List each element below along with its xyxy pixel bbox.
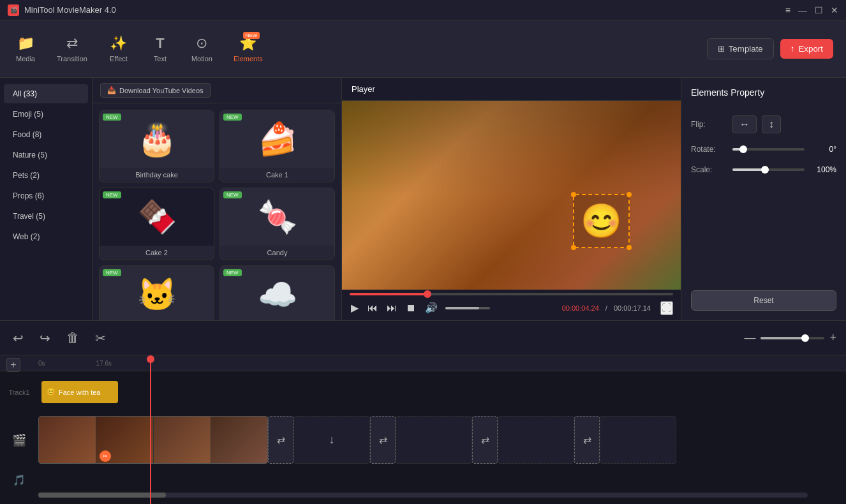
zoom-plus-button[interactable]: + — [829, 331, 836, 345]
emoji-sticker-element[interactable]: 😊 — [573, 194, 630, 248]
element-cake1-label: Cake 1 — [220, 168, 334, 182]
maximize-btn[interactable]: ☐ — [815, 5, 823, 15]
player-controls: ▶ ⏮ ⏭ ⏹ 🔊 00:00:04.24 / 00:00:17.14 ⛶ — [342, 295, 681, 320]
element-cake2-thumb: NEW 🍫 — [100, 188, 214, 246]
sidebar-item-travel[interactable]: Travel (5) — [4, 207, 88, 226]
toolbar-transition[interactable]: ⇄ Transition — [48, 30, 96, 68]
reset-button[interactable]: Reset — [691, 290, 836, 311]
element-birthday-cake-thumb: NEW 🎂 — [100, 110, 214, 168]
play-button[interactable]: ▶ — [350, 300, 360, 315]
element-candy[interactable]: NEW 🍬 Candy — [219, 188, 335, 260]
progress-thumb[interactable] — [424, 290, 431, 298]
media-label: Media — [16, 55, 35, 63]
prev-frame-button[interactable]: ⏮ — [366, 301, 379, 315]
cut-marker-icon: ✂ — [100, 450, 111, 462]
transition-clip-3[interactable]: ⇄ — [472, 416, 498, 464]
element-cat[interactable]: NEW 🐱 Cat — [99, 265, 214, 320]
toolbar-motion[interactable]: ⊙ Motion — [182, 30, 221, 68]
element-cake2[interactable]: NEW 🍫 Cake 2 — [99, 188, 214, 260]
element-candy-label: Candy — [220, 246, 334, 260]
template-button[interactable]: ⊞ Template — [707, 38, 774, 59]
sticker-clip-emoji: 😊 — [47, 388, 56, 396]
playhead[interactable] — [150, 355, 151, 504]
toolbar-media[interactable]: 📁 Media — [6, 30, 45, 68]
timeline-scrollbar[interactable] — [38, 493, 808, 498]
volume-fill — [445, 307, 479, 309]
transition-clip-1[interactable]: ⇄ — [268, 416, 293, 464]
ruler-mark-0s: 0s — [38, 360, 45, 367]
sidebar-item-food[interactable]: Food (8) — [4, 125, 88, 144]
sticker-clip-label: Face with tea — [59, 389, 100, 396]
rotate-thumb[interactable] — [739, 145, 747, 153]
toolbar-elements[interactable]: ⭐ NEW Elements — [225, 30, 272, 68]
time-total: 00:00:17.14 — [614, 304, 651, 312]
transition-clip-2[interactable]: ⇄ — [370, 416, 396, 464]
progress-track[interactable] — [350, 293, 673, 295]
cut-button[interactable]: ✂ — [92, 327, 109, 349]
video-track-label: 🎬 — [0, 433, 38, 447]
video-background: 😊 — [342, 101, 681, 290]
delete-button[interactable]: 🗑 — [63, 327, 82, 348]
volume-slider[interactable] — [445, 307, 490, 309]
fullscreen-button[interactable]: ⛶ — [660, 301, 673, 315]
scrollbar-thumb[interactable] — [38, 493, 166, 498]
zoom-thumb[interactable] — [801, 334, 809, 342]
handle-tl[interactable] — [571, 192, 576, 197]
template-icon: ⊞ — [718, 44, 725, 54]
element-cake1[interactable]: NEW 🍰 Cake 1 — [219, 110, 335, 182]
elements-grid: NEW 🎂 Birthday cake NEW 🍰 Cake 1 — [93, 103, 341, 320]
flip-vertical-button[interactable]: ↕ — [762, 115, 781, 133]
sidebar-item-web[interactable]: Web (2) — [4, 227, 88, 246]
zoom-minus-button[interactable]: — — [744, 331, 755, 345]
sidebar-item-nature[interactable]: Nature (5) — [4, 145, 88, 165]
transition-clip-4[interactable]: ⇄ — [574, 416, 600, 464]
zoom-controls: — + — [744, 331, 836, 345]
player-video: 😊 — [342, 101, 681, 290]
download-icon: 📥 — [107, 86, 116, 94]
export-button[interactable]: ↑ Export — [780, 39, 833, 59]
element-cloud-thumb: NEW ☁️ — [220, 266, 334, 320]
scale-slider[interactable] — [732, 168, 805, 171]
video-track-icon: 🎬 — [12, 433, 26, 447]
element-cloud[interactable]: NEW ☁️ Cloud — [219, 265, 335, 320]
minimize-btn[interactable]: — — [798, 5, 807, 15]
scale-thumb[interactable] — [761, 166, 769, 174]
download-youtube-button[interactable]: 📥 Download YouTube Videos — [100, 83, 211, 98]
toolbar-effect[interactable]: ✨ Effect — [100, 30, 138, 68]
menu-btn[interactable]: ≡ — [785, 5, 790, 15]
stop-button[interactable]: ⏹ — [404, 301, 417, 315]
scale-row: Scale: 100% — [691, 165, 836, 174]
sidebar-item-props[interactable]: Props (6) — [4, 186, 88, 205]
zoom-fill — [761, 337, 805, 339]
rotate-slider[interactable] — [732, 148, 805, 151]
zoom-slider[interactable] — [761, 337, 824, 339]
timeline-tracks: Track1 😊 Face with tea 🎬 — [0, 371, 846, 493]
undo-button[interactable]: ↩ — [10, 327, 27, 349]
flip-horizontal-button[interactable]: ↔ — [732, 115, 757, 133]
new-badge: NEW — [103, 269, 121, 276]
sticker-track-content: 😊 Face with tea — [38, 374, 846, 410]
sidebar-item-emoji[interactable]: Emoji (5) — [4, 105, 88, 124]
transition-label: Transition — [57, 55, 87, 63]
timeline-add-button[interactable]: + — [6, 358, 20, 372]
playhead-top — [147, 355, 154, 363]
next-frame-button[interactable]: ⏭ — [385, 301, 398, 315]
volume-button[interactable]: 🔊 — [424, 300, 439, 315]
properties-panel: Elements Property Flip: ↔ ↕ Rotate: 0° S… — [681, 78, 846, 320]
video-clip[interactable]: ✂ — [38, 416, 268, 464]
sidebar-item-all[interactable]: All (33) — [4, 84, 88, 103]
close-btn[interactable]: ✕ — [831, 5, 838, 15]
video-track-row: 🎬 ✂ ⇄ ↓ ⇄ — [0, 413, 846, 467]
element-birthday-cake[interactable]: NEW 🎂 Birthday cake — [99, 110, 214, 182]
redo-button[interactable]: ↪ — [36, 327, 54, 349]
toolbar-text[interactable]: T Text — [141, 30, 179, 68]
text-label: Text — [154, 55, 167, 63]
sidebar-item-pets[interactable]: Pets (2) — [4, 166, 88, 185]
flip-label: Flip: — [691, 120, 726, 129]
sticker-track-row: Track1 😊 Face with tea — [0, 374, 846, 410]
progress-fill — [350, 293, 427, 295]
progress-bar-area — [342, 290, 681, 295]
sticker-clip[interactable]: 😊 Face with tea — [41, 381, 118, 403]
candy-emoji: 🍬 — [258, 198, 297, 235]
rotate-value: 0° — [811, 145, 836, 154]
